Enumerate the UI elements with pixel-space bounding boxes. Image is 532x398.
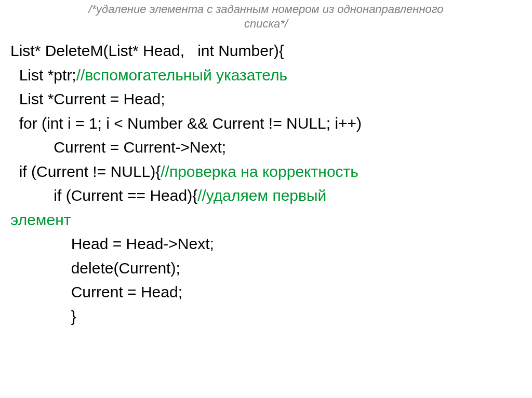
code-line-8: Head = Head->Next; [10,235,214,252]
title-line-1: /*удаление элемента с заданным номером и… [88,3,443,16]
code-line-6-code: if (Current != NULL){ [10,163,161,180]
code-line-7-code: if (Current == Head){ [10,187,197,204]
code-line-3: List *Current = Head; [10,90,165,107]
title-line-2: списка*/ [244,17,288,30]
code-line-5: Current = Current->Next; [10,139,226,156]
code-block: List* DeleteM(List* Head, int Number){ L… [10,39,522,328]
code-line-2-comment: //вспомогательный указатель [76,66,287,84]
code-line-2-code: List *ptr; [10,66,76,84]
code-line-7-comment: //удаляем первый [197,187,326,204]
code-line-1: List* DeleteM(List* Head, int Number){ [10,42,284,59]
code-line-7-comment-wrap: элемент [10,211,71,228]
slide-title: /*удаление элемента с заданным номером и… [31,2,501,31]
slide: /*удаление элемента с заданным номером и… [0,0,532,398]
code-line-9: delete(Current); [10,259,180,277]
code-line-11: } [10,308,76,325]
code-line-10: Current = Head; [10,283,182,300]
code-line-6-comment: //проверка на корректность [161,163,358,180]
code-line-4: for (int i = 1; i < Number && Current !=… [10,115,362,132]
